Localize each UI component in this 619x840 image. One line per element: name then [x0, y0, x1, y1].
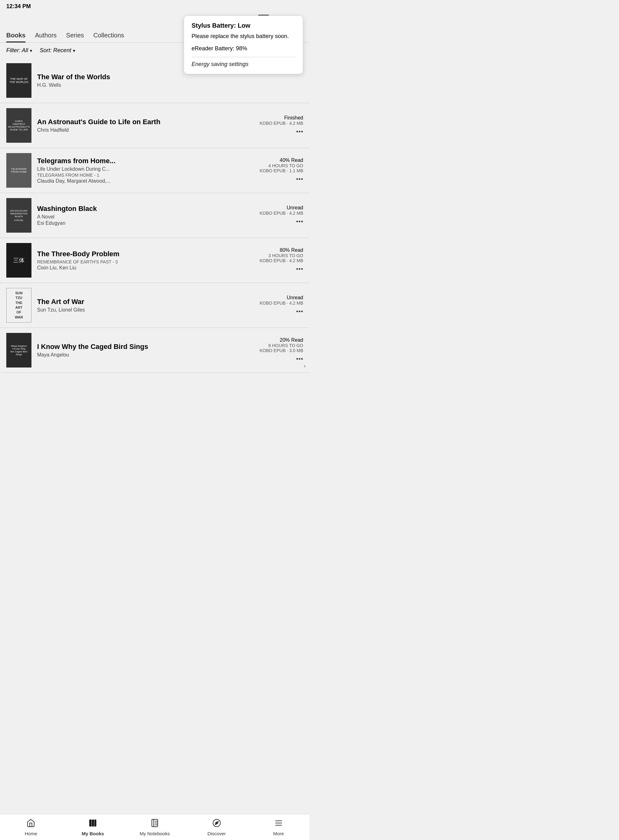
book-info: I Know Why the Caged Bird Sings Maya Ang…: [37, 343, 256, 358]
book-author: Maya Angelou: [37, 352, 256, 358]
book-info: The War of the Worlds H.G. Wells: [37, 73, 303, 88]
book-status-text: Finished: [260, 115, 304, 121]
book-item[interactable]: CHRISHADFIELDAN ASTRONAUT'SGUIDE TO LIFE…: [0, 103, 310, 148]
book-cover: 三体: [6, 243, 31, 278]
book-item[interactable]: TELEGRAMSFROM HOME Telegrams from Home..…: [0, 148, 310, 193]
popup-description: Please replace the stylus battery soon.: [191, 32, 295, 40]
book-cover: CHRISHADFIELDAN ASTRONAUT'SGUIDE TO LIFE: [6, 108, 31, 143]
book-meta: KOBO EPUB · 4.2 MB: [260, 210, 304, 216]
book-info: Telegrams from Home... Life Under Lockdo…: [37, 157, 256, 184]
book-meta: KOBO EPUB · 3.0 MB: [260, 348, 304, 353]
book-author: Sun Tzu, Lionel Giles: [37, 307, 256, 313]
book-status-text: 20% Read: [260, 337, 304, 343]
book-status-text: 40% Read: [260, 158, 304, 163]
filter-dropdown[interactable]: Filter: All ▾: [6, 47, 32, 54]
book-status-text: 80% Read: [260, 248, 304, 253]
book-options-icon[interactable]: •••: [260, 355, 304, 363]
book-hours: 8 HOURS TO GO: [260, 343, 304, 348]
book-author: Esi Edugyan: [37, 220, 256, 226]
book-status: 20% Read 8 HOURS TO GO KOBO EPUB · 3.0 M…: [260, 337, 304, 363]
book-item[interactable]: SUNTZUTHEARTOFWAR The Art of War Sun Tzu…: [0, 283, 310, 328]
book-status-text: Unread: [260, 205, 304, 210]
book-subtitle: A Novel: [37, 214, 256, 220]
icon-bar: Stylus Battery: Low Please replace the s…: [0, 13, 310, 28]
book-status: 40% Read 4 HOURS TO GO KOBO EPUB · 1.1 M…: [260, 158, 304, 183]
tab-series[interactable]: Series: [66, 28, 84, 42]
book-cover: TELEGRAMSFROM HOME: [6, 153, 31, 188]
book-series: TELEGRAMS FROM HOME - 1: [37, 173, 256, 178]
book-status: Unread KOBO EPUB · 4.2 MB •••: [260, 205, 304, 226]
book-options-icon[interactable]: •••: [260, 128, 304, 136]
book-info: The Art of War Sun Tzu, Lionel Giles: [37, 298, 256, 313]
book-meta: KOBO EPUB · 4.2 MB: [260, 301, 304, 306]
book-options-icon[interactable]: •••: [260, 218, 304, 226]
book-status-text: Unread: [260, 295, 304, 301]
tab-collections[interactable]: Collections: [93, 28, 124, 42]
book-cover: THE WAR OFTHE WORLDS: [6, 63, 31, 98]
popup-title: Stylus Battery: Low: [191, 22, 295, 29]
book-cover: Maya AngelouI Know Whythe Caged BirdSing…: [6, 333, 31, 367]
book-cover: SUNTZUTHEARTOFWAR: [6, 288, 31, 322]
book-status: 80% Read 3 HOURS TO GO KOBO EPUB · 4.2 M…: [260, 248, 304, 273]
book-hours: 4 HOURS TO GO: [260, 163, 304, 168]
book-list: THE WAR OFTHE WORLDS The War of the Worl…: [0, 58, 310, 373]
book-options-icon[interactable]: •••: [260, 265, 304, 273]
book-title: The Art of War: [37, 298, 256, 306]
book-title: I Know Why the Caged Bird Sings: [37, 343, 256, 351]
book-options-icon[interactable]: •••: [260, 175, 304, 183]
book-info: The Three-Body Problem REMEMBRANCE OF EA…: [37, 250, 256, 271]
battery-popup: Stylus Battery: Low Please replace the s…: [184, 15, 303, 74]
book-item[interactable]: 三体 The Three-Body Problem REMEMBRANCE OF…: [0, 238, 310, 283]
book-status: Finished KOBO EPUB · 4.2 MB •••: [260, 115, 304, 136]
book-meta: KOBO EPUB · 1.1 MB: [260, 168, 304, 173]
tab-books[interactable]: Books: [6, 28, 25, 42]
popup-divider: [191, 57, 295, 57]
scroll-down-icon: ›: [304, 362, 306, 369]
book-title: Telegrams from Home...: [37, 157, 256, 165]
book-status: Unread KOBO EPUB · 4.2 MB •••: [260, 295, 304, 316]
book-title: An Astronaut's Guide to Life on Earth: [37, 118, 256, 126]
tab-authors[interactable]: Authors: [35, 28, 57, 42]
book-info: Washington Black A Novel Esi Edugyan: [37, 204, 256, 226]
status-bar: 12:34 PM: [0, 0, 310, 13]
popup-battery-level: eReader Battery: 98%: [191, 45, 295, 52]
book-subtitle: Life Under Lockdown During C...: [37, 166, 256, 172]
book-series: REMEMBRANCE OF EARTH'S PAST - 3: [37, 260, 256, 264]
energy-saving-link[interactable]: Energy saving settings: [191, 61, 295, 67]
filter-chevron-icon: ▾: [30, 48, 32, 53]
book-author: Claudia Day, Margaret Atwood,...: [37, 178, 256, 184]
book-title: The Three-Body Problem: [37, 250, 256, 258]
book-meta: KOBO EPUB · 4.2 MB: [260, 258, 304, 263]
time-display: 12:34 PM: [6, 3, 31, 10]
book-info: An Astronaut's Guide to Life on Earth Ch…: [37, 118, 256, 133]
book-author: Chris Hadfield: [37, 127, 256, 133]
book-title: Washington Black: [37, 204, 256, 213]
book-author: Cixin Liu, Ken Liu: [37, 265, 256, 271]
book-cover: ESI EDUGYANWASHINGTONBLACKA NOVEL: [6, 198, 31, 233]
sort-dropdown[interactable]: Sort: Recent ▾: [40, 47, 75, 54]
book-item[interactable]: ESI EDUGYANWASHINGTONBLACKA NOVEL Washin…: [0, 193, 310, 238]
book-item[interactable]: Maya AngelouI Know Whythe Caged BirdSing…: [0, 328, 310, 373]
book-options-icon[interactable]: •••: [260, 307, 304, 316]
book-meta: KOBO EPUB · 4.2 MB: [260, 121, 304, 126]
book-hours: 3 HOURS TO GO: [260, 253, 304, 258]
book-author: H.G. Wells: [37, 82, 303, 88]
sort-chevron-icon: ▾: [73, 48, 75, 53]
